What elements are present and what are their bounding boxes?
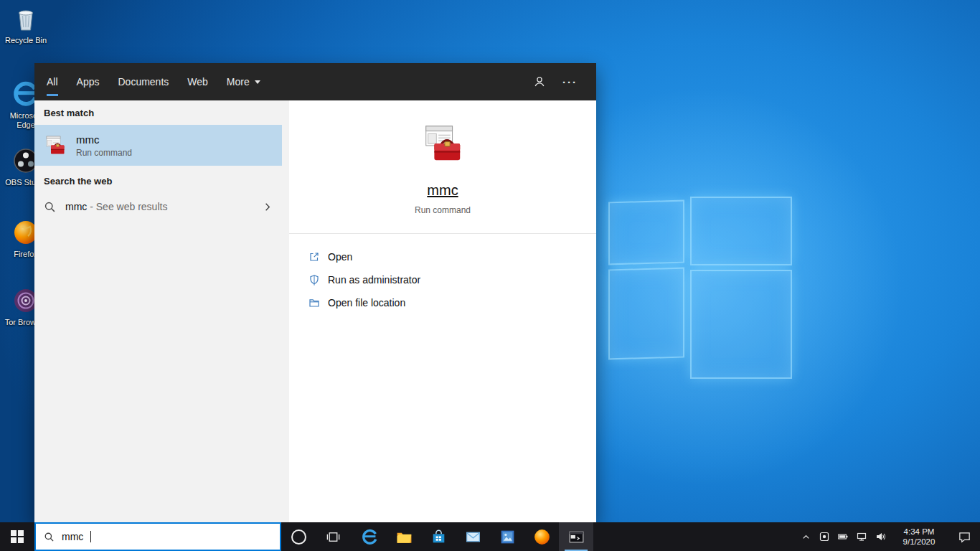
taskbar-app-store[interactable] [421,522,456,551]
tray-app-icon [819,531,830,542]
tab-apps[interactable]: Apps [77,63,100,100]
action-label: Open [328,251,352,263]
terminal-icon [567,528,585,546]
battery-icon [837,531,849,542]
taskbar-app-photos[interactable] [490,522,524,551]
action-label: Run as administrator [328,274,420,286]
taskbar-app-file-explorer[interactable] [387,522,421,551]
pinned-apps [352,522,593,551]
action-run-as-administrator[interactable]: Run as administrator [289,268,596,291]
preview-pane: mmc Run command Open Ru [289,100,596,522]
best-match-result-mmc[interactable]: mmc Run command [34,125,282,166]
desktop-icon-recycle-bin[interactable]: Recycle Bin [0,4,52,45]
preview-divider [289,233,596,234]
chevron-down-icon [255,80,260,84]
search-tabbar: All Apps Documents Web More [34,63,596,100]
action-center-icon [958,530,971,544]
search-icon [44,201,56,213]
taskbar-search-value: mmc [62,531,83,542]
network-icon [856,531,867,542]
cortana-button[interactable] [281,522,316,551]
mmc-toolbox-icon [44,134,67,157]
taskbar: mmc [0,522,980,551]
open-icon [308,251,320,263]
taskbar-app-firefox[interactable] [524,522,559,551]
wallpaper-logo-pane [608,200,684,265]
web-suffix: - See web results [87,201,167,212]
desktop-icon-label: Recycle Bin [0,36,52,45]
task-view-icon [326,529,341,545]
action-open[interactable]: Open [289,245,596,268]
result-title: mmc [76,133,132,146]
action-open-file-location[interactable]: Open file location [289,291,596,314]
mmc-toolbox-icon [420,122,465,166]
best-match-header: Best match [34,100,282,125]
chevron-right-icon[interactable] [262,202,273,212]
action-center-button[interactable] [948,522,980,551]
result-subtitle: Run command [76,148,132,158]
tab-all[interactable]: All [47,63,58,100]
photos-icon [499,528,517,546]
network-button[interactable] [852,522,871,551]
battery-button[interactable] [834,522,852,551]
start-button[interactable] [0,522,34,551]
wallpaper-logo-pane [690,270,792,379]
tab-web[interactable]: Web [187,63,208,100]
search-results-column: Best match mmc Run comma [34,100,282,522]
taskbar-app-edge[interactable] [352,522,387,551]
folder-icon [308,297,320,309]
taskbar-clock[interactable]: 4:34 PM 9/1/2020 [890,522,948,551]
chevron-up-icon [801,532,811,542]
tab-label: More [227,76,250,88]
mail-icon [464,528,482,546]
tab-documents[interactable]: Documents [118,63,169,100]
system-tray: 4:34 PM 9/1/2020 [796,522,980,551]
web-result-mmc[interactable]: mmc - See web results [34,193,282,220]
firefox-icon [533,528,551,546]
desktop: Recycle Bin Microsoft Edge OBS Studio [0,0,980,551]
search-icon [44,532,55,542]
clock-time: 4:34 PM [904,527,935,537]
recycle-bin-icon [11,4,41,34]
more-options-button[interactable]: ··· [562,76,578,88]
windows-logo-icon [11,530,24,543]
cortana-icon [291,529,306,545]
tab-label: All [47,76,58,88]
store-icon [430,528,448,546]
preview-subtitle: Run command [415,205,471,215]
volume-icon [875,531,886,542]
search-flyout-panel: All Apps Documents Web More [34,63,596,522]
text-cursor [90,531,91,542]
task-view-button[interactable] [316,522,350,551]
taskbar-app-terminal[interactable] [559,522,593,551]
web-query: mmc [65,201,87,212]
preview-title: mmc [427,182,458,199]
volume-button[interactable] [871,522,890,551]
web-result-text: mmc - See web results [65,201,167,212]
profile-icon[interactable] [532,75,547,89]
edge-icon [361,528,379,546]
wallpaper-logo-pane [608,268,684,360]
tabbar-right-controls: ··· [532,63,596,100]
file-explorer-icon [395,528,413,546]
wallpaper-logo-pane [690,197,792,265]
search-web-header: Search the web [34,166,282,193]
tab-more[interactable]: More [227,63,260,100]
shield-icon [308,274,320,286]
tab-label: Web [187,76,208,88]
best-match-text: mmc Run command [76,133,132,158]
taskbar-search-box[interactable]: mmc [34,522,281,551]
action-label: Open file location [328,297,405,309]
windows-wallpaper-logo [607,195,791,375]
tab-label: Documents [118,76,169,88]
tray-app-button[interactable] [815,522,834,551]
tab-label: Apps [77,76,100,88]
preview-actions: Open Run as administrator Open file loca… [289,245,596,314]
clock-date: 9/1/2020 [903,537,936,547]
taskbar-app-mail[interactable] [456,522,490,551]
tray-overflow-button[interactable] [796,522,815,551]
